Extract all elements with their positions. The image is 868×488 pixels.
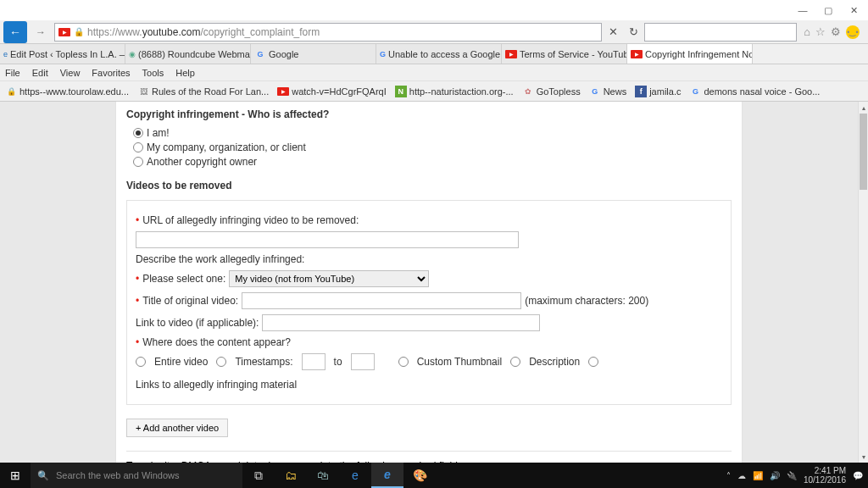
youtube-favicon: ▶: [631, 48, 643, 60]
search-icon: 🔍: [37, 470, 49, 481]
bookmark-item[interactable]: 🔒https--www.tourolaw.edu...: [5, 86, 129, 97]
bookmark-item[interactable]: fjamila.c: [635, 86, 681, 97]
vertical-scrollbar[interactable]: ▴ ▾: [858, 102, 868, 463]
n-favicon: N: [395, 86, 407, 97]
browser-tab[interactable]: ▶Terms of Service - YouTube: [502, 44, 627, 64]
tab-label: Unable to access a Google pro...: [388, 49, 502, 59]
smiley-icon[interactable]: •‿•: [846, 25, 860, 39]
url-text: https://www.youtube.com/copyright_compla…: [87, 26, 320, 38]
paint-icon[interactable]: 🎨: [403, 463, 436, 488]
bookmark-item[interactable]: ✿GoTopless: [522, 86, 581, 97]
taskbar-clock[interactable]: 2:41 PM 10/12/2016: [804, 466, 846, 485]
menu-favorites[interactable]: Favorites: [92, 68, 130, 78]
notifications-icon[interactable]: 💬: [853, 471, 863, 480]
opt-thumbnail: Custom Thumbnail: [417, 356, 503, 368]
select-label: Please select one:: [142, 273, 225, 285]
ie-icon[interactable]: e: [371, 463, 403, 488]
browser-tab[interactable]: ▶Copyright Infringement No...✕: [627, 44, 753, 64]
home-icon[interactable]: ⌂: [804, 25, 810, 39]
nav-forward-button[interactable]: →: [29, 21, 53, 43]
task-view-icon[interactable]: ⧉: [242, 463, 275, 488]
windows-taskbar: ⊞ 🔍 Search the web and Windows ⧉ 🗂 🛍 e e…: [0, 463, 868, 488]
who-option[interactable]: Another copyright owner: [133, 156, 732, 168]
radio-description[interactable]: [510, 357, 520, 367]
ts-from-input[interactable]: [302, 353, 326, 370]
stop-button[interactable]: ✕: [604, 25, 622, 38]
bookmark-item[interactable]: GNews: [589, 86, 627, 97]
tray-up-icon[interactable]: ˄: [726, 471, 731, 480]
radio-entire[interactable]: [136, 357, 146, 367]
gear-icon[interactable]: ⚙: [831, 25, 841, 39]
url-label: URL of allegedly infringing video to be …: [142, 214, 359, 226]
menu-file[interactable]: File: [5, 68, 20, 78]
network-icon[interactable]: 📶: [753, 471, 763, 480]
onedrive-icon[interactable]: ☁: [737, 471, 746, 480]
mail-favicon: ◉: [129, 48, 136, 60]
work-type-select[interactable]: My video (not from YouTube): [229, 270, 429, 287]
radio-icon[interactable]: [133, 157, 143, 167]
address-bar: ← → ▶ 🔒 https://www.youtube.com/copyrigh…: [0, 20, 868, 44]
url-input[interactable]: ▶ 🔒 https://www.youtube.com/copyright_co…: [54, 23, 602, 42]
menu-help[interactable]: Help: [175, 68, 195, 78]
menu-edit[interactable]: Edit: [32, 68, 48, 78]
edge-icon[interactable]: e: [339, 463, 371, 488]
tab-label: Google: [269, 49, 298, 59]
link-input[interactable]: [262, 314, 540, 331]
window-max[interactable]: ▢: [815, 2, 841, 19]
original-title-input[interactable]: [242, 292, 521, 309]
browser-tab[interactable]: GGoogle: [251, 44, 376, 64]
tab-label: Copyright Infringement No...: [645, 49, 753, 59]
tab-label: Edit Post ‹ Topless In L.A. — W...: [10, 49, 125, 59]
volume-icon[interactable]: 🔊: [770, 471, 780, 480]
infringing-url-input[interactable]: [136, 231, 519, 248]
radio-timestamps[interactable]: [216, 357, 226, 367]
page-favicon: 🖼: [137, 86, 149, 97]
page-viewport: Copyright infringement - Who is affected…: [0, 102, 858, 463]
scroll-up-icon[interactable]: ▴: [859, 102, 868, 114]
nav-back-button[interactable]: ←: [3, 21, 27, 43]
battery-icon[interactable]: 🔌: [787, 471, 797, 480]
radio-thumbnail[interactable]: [398, 357, 409, 367]
menu-bar: FileEditViewFavoritesToolsHelp: [0, 64, 868, 81]
menu-tools[interactable]: Tools: [142, 68, 164, 78]
radio-links[interactable]: [588, 357, 598, 367]
scroll-down-icon[interactable]: ▾: [859, 451, 868, 463]
store-icon[interactable]: 🛍: [307, 463, 339, 488]
taskbar-search-placeholder: Search the web and Windows: [56, 470, 180, 480]
videos-heading: Videos to be removed: [126, 180, 732, 191]
window-close[interactable]: ✕: [841, 2, 866, 19]
appear-label: Where does the content appear?: [142, 336, 291, 348]
menu-view[interactable]: View: [60, 68, 81, 78]
refresh-button[interactable]: ↻: [624, 25, 643, 38]
star-icon[interactable]: ☆: [815, 25, 826, 39]
who-option[interactable]: My company, organization, or client: [133, 141, 732, 153]
ts-to-label: to: [334, 356, 342, 368]
bookmark-item[interactable]: Nhttp--naturistaction.org-...: [395, 86, 514, 97]
browser-tab[interactable]: GUnable to access a Google pro...: [376, 44, 502, 64]
bookmark-item[interactable]: 🖼Rules of the Road For Lan...: [137, 86, 269, 97]
radio-label: I am!: [147, 127, 170, 139]
radio-icon[interactable]: [133, 142, 143, 152]
title-hint: (maximum characters: 200): [525, 295, 648, 307]
browser-tab[interactable]: ◉(8688) Roundcube Webmail :: ...: [125, 44, 251, 64]
opt-links: Links to allegedly infringing material: [136, 379, 297, 391]
who-option[interactable]: I am!: [133, 127, 732, 139]
file-explorer-icon[interactable]: 🗂: [275, 463, 307, 488]
start-button[interactable]: ⊞: [0, 463, 31, 488]
tab-label: (8688) Roundcube Webmail :: ...: [138, 49, 251, 59]
add-video-button[interactable]: + Add another video: [126, 419, 228, 437]
toolbar-icons: ⌂ ☆ ⚙ •‿•: [798, 25, 865, 39]
browser-tab[interactable]: eEdit Post ‹ Topless In L.A. — W...: [0, 44, 125, 64]
taskbar-search[interactable]: 🔍 Search the web and Windows: [31, 463, 242, 488]
bookmark-label: watch-v=HdCgrFQArqI: [292, 86, 387, 97]
tab-strip: eEdit Post ‹ Topless In L.A. — W...◉(868…: [0, 44, 868, 64]
window-min[interactable]: —: [790, 2, 815, 19]
bookmark-item[interactable]: ▶watch-v=HdCgrFQArqI: [277, 86, 387, 97]
ts-to-input[interactable]: [351, 353, 375, 370]
bookmark-item[interactable]: Gdemons nasal voice - Goo...: [689, 86, 820, 97]
scroll-thumb[interactable]: [860, 114, 867, 190]
youtube-favicon: ▶: [505, 48, 517, 60]
radio-icon[interactable]: [133, 128, 143, 138]
ie-favicon: e: [3, 48, 8, 60]
search-input[interactable]: [644, 23, 797, 42]
